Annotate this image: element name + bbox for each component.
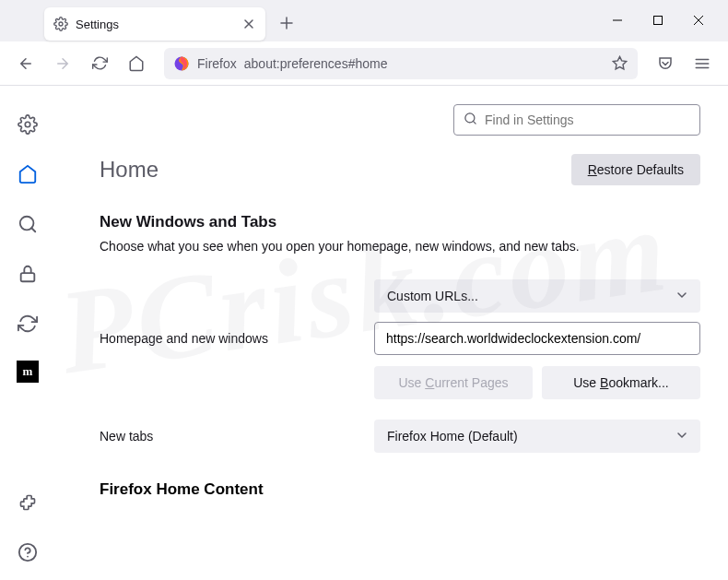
maximize-button[interactable] — [649, 11, 667, 30]
back-button[interactable] — [9, 47, 42, 80]
forward-button[interactable] — [46, 47, 79, 80]
homepage-label: Homepage and new windows — [100, 331, 358, 346]
chevron-down-icon — [676, 289, 687, 303]
select-value: Custom URLs... — [387, 289, 478, 303]
svg-point-0 — [59, 22, 63, 26]
address-bar[interactable]: Firefox about:preferences#home — [164, 48, 638, 79]
sidebar: m — [0, 86, 55, 580]
bookmark-star-icon[interactable] — [610, 55, 628, 71]
titlebar: Settings — [0, 0, 728, 41]
homepage-url-input[interactable] — [374, 322, 700, 355]
window-controls — [608, 0, 728, 30]
sidebar-item-search[interactable] — [15, 211, 41, 237]
svg-line-14 — [473, 121, 476, 124]
newtabs-select[interactable]: Firefox Home (Default) — [374, 420, 700, 453]
select-value: Firefox Home (Default) — [387, 429, 518, 444]
section-description: Choose what you see when you open your h… — [100, 239, 700, 254]
toolbar: Firefox about:preferences#home — [0, 41, 728, 86]
use-current-pages-button[interactable]: Use Current Pages — [374, 366, 533, 399]
firefox-home-content-heading: Firefox Home Content — [100, 480, 700, 499]
page-title: Home — [100, 157, 159, 183]
homepage-mode-select[interactable]: Custom URLs... — [374, 279, 700, 313]
content: m Home Restore Defaults New Windows and … — [0, 86, 728, 580]
sidebar-item-general[interactable] — [15, 112, 41, 137]
sidebar-item-extensions[interactable] — [15, 490, 41, 515]
close-button[interactable] — [689, 11, 708, 30]
home-button[interactable] — [120, 47, 153, 80]
svg-marker-3 — [613, 56, 626, 68]
main-panel: Home Restore Defaults New Windows and Ta… — [55, 86, 728, 580]
browser-tab[interactable]: Settings — [44, 7, 265, 41]
svg-point-7 — [25, 122, 30, 127]
sidebar-item-sync[interactable] — [15, 311, 41, 337]
settings-search-input[interactable] — [485, 112, 690, 127]
address-url: about:preferences#home — [244, 56, 603, 71]
newtabs-label: New tabs — [100, 429, 358, 444]
gear-icon — [53, 17, 68, 31]
chevron-down-icon — [676, 429, 687, 444]
sidebar-item-home[interactable] — [15, 161, 41, 187]
pocket-button[interactable] — [649, 47, 682, 80]
new-tab-button[interactable] — [273, 9, 300, 37]
svg-rect-1 — [654, 17, 663, 25]
section-heading: New Windows and Tabs — [100, 213, 700, 231]
minimize-button[interactable] — [608, 11, 627, 30]
sidebar-item-privacy[interactable] — [15, 261, 41, 287]
restore-defaults-button[interactable]: Restore Defaults — [571, 154, 700, 185]
sidebar-item-help[interactable] — [15, 539, 41, 565]
tab-title: Settings — [76, 18, 241, 31]
svg-line-9 — [31, 228, 35, 231]
svg-rect-10 — [21, 273, 35, 281]
settings-search[interactable] — [453, 104, 700, 136]
close-icon[interactable] — [241, 17, 256, 31]
firefox-icon — [173, 55, 190, 72]
sidebar-item-mozilla[interactable]: m — [17, 361, 39, 383]
search-icon — [464, 112, 477, 129]
app-menu-button[interactable] — [686, 47, 719, 80]
use-bookmark-button[interactable]: Use Bookmark... — [542, 366, 700, 399]
address-context: Firefox — [197, 56, 237, 71]
reload-button[interactable] — [83, 47, 116, 80]
